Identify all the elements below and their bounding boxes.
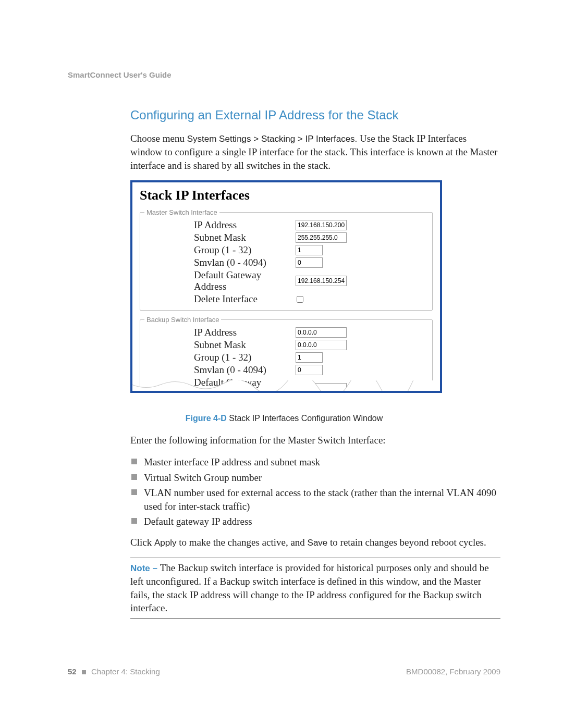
row-backup-group: Group (1 - 32) bbox=[144, 352, 428, 363]
footer-right: BMD00082, February 2009 bbox=[406, 667, 500, 676]
page-footer: 52 Chapter 4: Stacking BMD00082, Februar… bbox=[68, 667, 500, 676]
input-master-group[interactable] bbox=[296, 245, 323, 255]
caption-label: Figure 4-D bbox=[186, 414, 227, 423]
list-item: VLAN number used for external access to … bbox=[144, 486, 500, 513]
click-end: to retain changes beyond reboot cycles. bbox=[327, 537, 486, 548]
figure-title: Stack IP Interfaces bbox=[140, 188, 433, 203]
list-item: Default gateway IP address bbox=[144, 515, 500, 528]
save-word: Save bbox=[308, 538, 328, 548]
square-bullet-icon bbox=[82, 670, 86, 674]
section-heading: Configuring an External IP Address for t… bbox=[130, 108, 500, 122]
input-master-mask[interactable] bbox=[296, 232, 347, 243]
row-backup-mask: Subnet Mask bbox=[144, 339, 428, 351]
label-master-smvlan: Smvlan (0 - 4094) bbox=[144, 257, 296, 268]
label-master-mask: Subnet Mask bbox=[144, 232, 296, 243]
row-backup-smvlan: Smvlan (0 - 4094) bbox=[144, 364, 428, 376]
input-backup-ip[interactable] bbox=[296, 327, 347, 338]
apply-word: Apply bbox=[154, 538, 177, 548]
row-master-group: Group (1 - 32) bbox=[144, 244, 428, 256]
input-master-ip[interactable] bbox=[296, 220, 347, 230]
row-master-mask: Subnet Mask bbox=[144, 232, 428, 243]
note-text: The Backup switch interface is provided … bbox=[130, 562, 489, 613]
bullet-list: Master interface IP address and subnet m… bbox=[130, 455, 500, 528]
note-block: Note – The Backup switch interface is pr… bbox=[130, 558, 500, 619]
figure-caption: Figure 4-D Stack IP Interfaces Configura… bbox=[130, 414, 438, 423]
label-master-ip: IP Address bbox=[144, 219, 296, 231]
input-master-smvlan[interactable] bbox=[296, 257, 323, 268]
input-backup-smvlan[interactable] bbox=[296, 365, 323, 375]
label-backup-smvlan: Smvlan (0 - 4094) bbox=[144, 364, 296, 376]
caption-text: Stack IP Interfaces Configuration Window bbox=[227, 414, 383, 423]
intro-prefix: Choose menu bbox=[130, 133, 187, 144]
apply-save-text: Click Apply to make the changes active, … bbox=[130, 536, 500, 549]
page-number: 52 bbox=[68, 667, 77, 676]
row-master-ip: IP Address bbox=[144, 219, 428, 231]
row-backup-ip: IP Address bbox=[144, 327, 428, 338]
instruction-text: Enter the following information for the … bbox=[130, 434, 500, 447]
intro-paragraph: Choose menu System Settings > Stacking >… bbox=[130, 132, 500, 172]
footer-left: 52 Chapter 4: Stacking bbox=[68, 667, 160, 676]
note-label: Note – bbox=[130, 563, 160, 573]
input-backup-mask[interactable] bbox=[296, 340, 347, 350]
checkbox-master-delete[interactable] bbox=[297, 296, 303, 303]
label-backup-group: Group (1 - 32) bbox=[144, 352, 296, 363]
row-backup-gateway: Default Gateway Address bbox=[144, 377, 428, 393]
footer-chapter: Chapter 4: Stacking bbox=[91, 667, 160, 676]
label-master-delete: Delete Interface bbox=[144, 293, 296, 305]
row-master-gateway: Default Gateway Address bbox=[144, 269, 428, 292]
label-backup-gateway: Default Gateway Address bbox=[144, 377, 296, 393]
running-header: SmartConnect User's Guide bbox=[68, 70, 500, 79]
list-item: Virtual Switch Group number bbox=[144, 471, 500, 485]
input-backup-group[interactable] bbox=[296, 352, 323, 363]
intro-menu-path: System Settings > Stacking > IP Interfac… bbox=[187, 134, 358, 144]
click-mid: to make the changes active, and bbox=[176, 537, 307, 548]
row-master-delete: Delete Interface bbox=[144, 293, 428, 305]
label-backup-ip: IP Address bbox=[144, 327, 296, 338]
label-master-gateway: Default Gateway Address bbox=[144, 269, 296, 292]
legend-master: Master Switch Interface bbox=[144, 208, 219, 216]
label-master-group: Group (1 - 32) bbox=[144, 244, 296, 256]
input-master-gateway[interactable] bbox=[296, 276, 347, 286]
fieldset-master: Master Switch Interface IP Address Subne… bbox=[140, 208, 433, 311]
fieldset-backup: Backup Switch Interface IP Address Subne… bbox=[140, 316, 433, 393]
label-backup-mask: Subnet Mask bbox=[144, 339, 296, 351]
row-master-smvlan: Smvlan (0 - 4094) bbox=[144, 257, 428, 268]
list-item: Master interface IP address and subnet m… bbox=[144, 455, 500, 469]
scroll-handle-icon bbox=[299, 383, 309, 389]
figure-stack-ip-interfaces: Stack IP Interfaces Master Switch Interf… bbox=[130, 180, 442, 393]
click-prefix: Click bbox=[130, 537, 154, 548]
legend-backup: Backup Switch Interface bbox=[144, 316, 221, 324]
